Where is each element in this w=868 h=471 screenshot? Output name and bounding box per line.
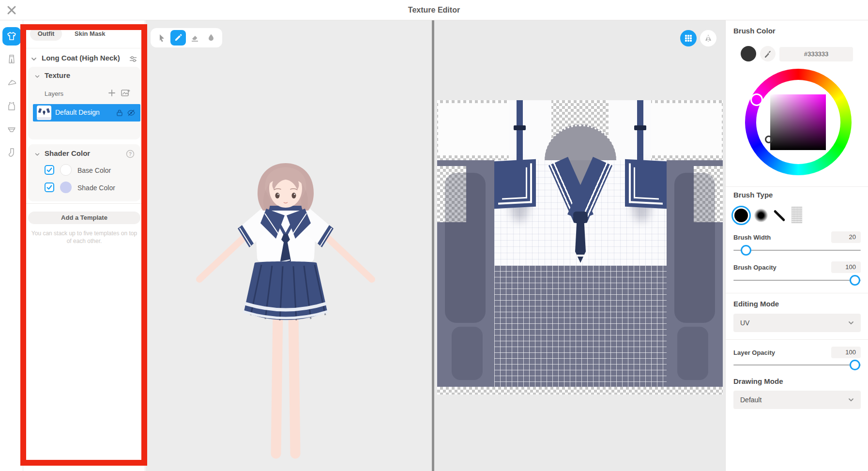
brush-color-swatch[interactable] [741, 46, 756, 61]
divider [726, 293, 868, 293]
template-hint: You can stack up to five templates on to… [30, 229, 138, 245]
lock-icon[interactable] [116, 109, 123, 117]
shader-section-title: Shader Color [45, 149, 90, 157]
brush-type-soft[interactable] [754, 208, 768, 223]
help-icon[interactable]: ? [126, 150, 135, 158]
uv-bottom-strip [437, 387, 723, 395]
shade-color-checkbox[interactable] [45, 182, 54, 192]
rail-item-one-piece[interactable] [2, 97, 21, 115]
brush-type-title: Brush Type [733, 191, 773, 199]
shade-color-label: Shade Color [77, 184, 115, 192]
page-title: Texture Editor [0, 0, 868, 20]
editing-mode-label: Editing Mode [733, 300, 779, 308]
rail-item-socks[interactable] [2, 143, 21, 162]
uv-sleeve-silhouette [445, 173, 486, 323]
chevron-down-icon[interactable] [34, 151, 41, 158]
grid-toggle-button[interactable] [680, 30, 697, 46]
brush-opacity-knob[interactable] [850, 275, 860, 286]
viewport-toolbar [151, 28, 222, 47]
stroke-brush-icon [774, 210, 786, 222]
item-settings-icon[interactable] [129, 55, 137, 63]
layer-name: Default Design [55, 108, 100, 116]
hue-handle[interactable] [750, 93, 763, 106]
base-color-label: Base Color [77, 167, 111, 174]
base-color-checkbox[interactable] [45, 165, 54, 175]
layer-thumbnail [37, 106, 51, 120]
brush-type-crayon[interactable] [792, 207, 802, 223]
rail-item-underwear[interactable] [2, 120, 21, 138]
eyedropper-icon [763, 49, 772, 58]
svg-text:?: ? [129, 152, 132, 157]
add-layer-icon[interactable] [107, 89, 116, 97]
layer-opacity-track[interactable] [733, 365, 861, 365]
uv-canvas[interactable] [434, 20, 725, 471]
grid-icon [685, 34, 692, 42]
texture-section-title: Texture [45, 71, 70, 79]
shirt-icon [6, 31, 17, 42]
solid-brush-icon [734, 209, 748, 222]
brush-type-solid[interactable] [731, 206, 751, 225]
uv-sleeve-silhouette [674, 173, 715, 323]
shader-color-section: Shader Color ? Base Color Shade Color [28, 144, 140, 201]
uv-texture[interactable] [437, 100, 723, 395]
panel-scrollbar[interactable] [142, 26, 144, 45]
model-viewport[interactable] [146, 20, 432, 471]
brush-width-track[interactable] [733, 250, 861, 251]
uv-shoulder-left [509, 100, 551, 160]
shade-color-swatch[interactable] [60, 182, 72, 193]
tab-skin-mask[interactable]: Skin Mask [70, 27, 110, 41]
eraser-icon [190, 33, 199, 43]
base-color-swatch[interactable] [60, 164, 72, 176]
divider [726, 186, 868, 187]
eyedropper-button[interactable] [760, 46, 776, 61]
brush-color-hex-input[interactable]: #333333 [779, 47, 853, 61]
blend-tool-button[interactable] [203, 30, 219, 46]
rail-item-shoes[interactable] [2, 73, 21, 91]
layers-label: Layers [45, 90, 63, 97]
editing-mode-select[interactable]: UV [733, 314, 861, 332]
brush-opacity-label: Brush Opacity [733, 264, 777, 271]
uv-collar-corner-right [625, 159, 667, 209]
tab-outfit[interactable]: Outfit [30, 27, 62, 41]
add-template-button[interactable]: Add a Template [28, 212, 140, 224]
editing-mode-value: UV [740, 319, 749, 327]
brush-width-value[interactable]: 20 [831, 231, 861, 243]
brush-opacity-value[interactable]: 100 [831, 261, 861, 273]
drawing-mode-label: Drawing Mode [733, 377, 783, 385]
saturation-handle[interactable] [765, 136, 773, 143]
divider [726, 339, 868, 340]
check-icon [46, 167, 53, 173]
layer-opacity-label: Layer Opacity [733, 349, 775, 356]
eye-off-icon[interactable] [127, 109, 136, 117]
uv-collar-corner-left [494, 159, 536, 209]
rail-item-shirt[interactable] [2, 27, 21, 46]
rail-item-pants[interactable] [2, 50, 21, 68]
uv-sleeve-silhouette [452, 327, 483, 380]
brush-opacity-track[interactable] [733, 280, 861, 281]
chevron-down-icon[interactable] [30, 55, 38, 63]
drawing-mode-select[interactable]: Default [733, 391, 861, 409]
add-image-layer-icon[interactable] [121, 89, 131, 97]
uv-body-panel [494, 266, 667, 387]
chevron-down-icon[interactable] [34, 73, 41, 80]
brush-width-knob[interactable] [741, 245, 751, 256]
symmetry-toggle-button[interactable] [700, 30, 716, 46]
underwear-icon [6, 124, 17, 135]
symmetry-icon [704, 34, 713, 43]
brush-type-stroke[interactable] [772, 208, 787, 223]
pencil-tool-button[interactable] [170, 30, 186, 46]
shoe-icon [6, 77, 17, 88]
cursor-tool-button[interactable] [154, 30, 169, 46]
saturation-square[interactable] [770, 94, 826, 150]
layer-opacity-value[interactable]: 100 [831, 347, 861, 358]
close-icon[interactable] [6, 4, 17, 16]
brush-panel: Brush Color #333333 Brush Type Brush Wid… [725, 20, 868, 471]
eraser-tool-button[interactable] [187, 30, 202, 46]
texture-section: Texture Layers Default Design [28, 67, 140, 139]
chevron-down-icon [847, 319, 855, 327]
tree-item-label[interactable]: Long Coat (High Neck) [42, 54, 120, 62]
layer-row-default-design[interactable]: Default Design [33, 104, 140, 122]
layer-opacity-knob[interactable] [850, 360, 860, 370]
panel-divider [23, 203, 145, 204]
uv-white-block [650, 103, 722, 155]
